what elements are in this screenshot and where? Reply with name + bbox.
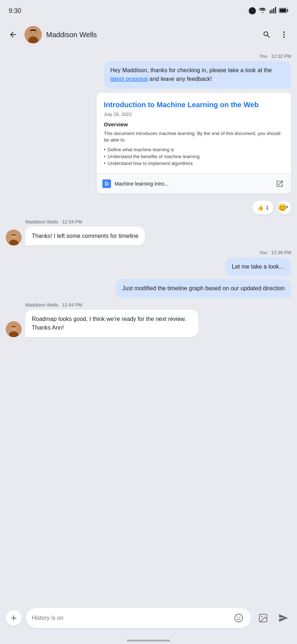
home-indicator — [0, 637, 297, 644]
status-icons — [249, 7, 288, 15]
thumbsup-reaction[interactable]: 👍 1 — [252, 200, 274, 215]
send-button[interactable] — [275, 610, 291, 626]
emoji-button[interactable] — [232, 612, 245, 625]
status-time: 9:30 — [9, 7, 21, 15]
svg-point-13 — [283, 31, 285, 33]
doc-card-preview: Introduction to Machine Learning on the … — [97, 93, 291, 173]
doc-icon-letter: D — [105, 181, 108, 187]
thumbsup-count: 1 — [266, 205, 269, 210]
doc-card-footer: D Machine learning intro... — [97, 173, 291, 194]
recv-time-2: 12:44 PM — [62, 302, 82, 308]
svg-rect-1 — [271, 9, 272, 13]
sent-message-group: You 12:36 PM Let me take a look… Just mo… — [6, 250, 291, 298]
doc-open-button[interactable] — [274, 178, 285, 190]
doc-list-item: Understand the benefits of machine learn… — [104, 154, 284, 159]
svg-point-15 — [283, 36, 285, 38]
svg-rect-0 — [270, 10, 271, 13]
latest-proposal-link[interactable]: latest proposal — [110, 76, 148, 82]
recv-row-2: Roadmap looks good, I think we're ready … — [6, 310, 198, 337]
time-1: 12:32 PM — [271, 53, 291, 59]
add-reaction-button[interactable]: 😊+ — [277, 200, 291, 215]
header-actions — [260, 27, 291, 42]
received-message-2: Maddison Wells 12:44 PM Roadmap looks go… — [6, 302, 291, 337]
reactions-row: 👍 1 😊+ — [6, 200, 291, 215]
svg-point-26 — [261, 616, 262, 617]
message-input[interactable] — [32, 615, 229, 621]
doc-list-item: Understand how to implement algorithms — [104, 161, 284, 166]
sender-you-2: You — [260, 250, 267, 255]
time-2: 12:36 PM — [271, 250, 291, 255]
recv-bubble-2: Roadmap looks good, I think we're ready … — [25, 310, 198, 337]
wifi-icon — [259, 7, 267, 15]
image-button[interactable] — [255, 610, 271, 626]
camera-dot — [249, 7, 256, 14]
doc-date: July 28, 2022 — [104, 112, 284, 117]
chat-header: Maddison Wells — [0, 22, 297, 48]
sender-you-1: You — [260, 53, 267, 59]
svg-point-12 — [34, 32, 35, 34]
maddison-avatar-1 — [6, 230, 22, 245]
back-button[interactable] — [6, 27, 20, 42]
doc-icon: D — [102, 179, 111, 188]
home-bar — [127, 640, 170, 641]
svg-point-23 — [237, 617, 238, 618]
input-bar — [0, 604, 297, 637]
svg-point-14 — [283, 34, 285, 35]
message-input-wrapper — [26, 608, 251, 628]
svg-point-24 — [239, 617, 240, 618]
svg-point-11 — [31, 32, 32, 34]
recv-meta-1: Maddison Wells 12:34 PM — [25, 219, 82, 225]
sent-meta-2: You 12:36 PM — [260, 250, 291, 255]
svg-rect-3 — [275, 7, 276, 13]
sent-meta-1: You 12:32 PM — [260, 53, 291, 59]
contact-name: Maddison Wells — [46, 31, 255, 39]
svg-rect-5 — [280, 9, 286, 12]
sent-bubble-3: Just modified the timeline graph based o… — [116, 279, 291, 298]
doc-section: Overview — [104, 121, 284, 127]
svg-rect-2 — [273, 8, 274, 13]
sender-maddison-2: Maddison Wells — [25, 302, 58, 308]
sender-maddison-1: Maddison Wells — [25, 219, 58, 225]
more-options-button[interactable] — [277, 27, 291, 42]
sent-message-1: You 12:32 PM Hey Maddison, thanks for ch… — [6, 53, 291, 88]
doc-desc: This document introduces machine learnin… — [104, 130, 284, 143]
signal-icon — [270, 7, 276, 15]
doc-filename: Machine learning intro... — [115, 181, 270, 187]
add-reaction-icon: 😊+ — [278, 203, 290, 212]
doc-list-item: Define what machine learning is — [104, 147, 284, 152]
doc-list: Define what machine learning is Understa… — [104, 147, 284, 166]
battery-icon — [279, 7, 288, 15]
sent-bubble-2: Let me take a look… — [225, 257, 291, 276]
svg-point-22 — [235, 614, 243, 622]
search-button[interactable] — [260, 27, 274, 42]
recv-bubble-1: Thanks! I left some comments for timelin… — [25, 227, 145, 245]
document-card: Introduction to Machine Learning on the … — [97, 93, 291, 194]
recv-time-1: 12:34 PM — [62, 219, 82, 225]
doc-title: Introduction to Machine Learning on the … — [104, 100, 284, 109]
svg-rect-6 — [287, 9, 288, 12]
thumbsup-icon: 👍 — [257, 205, 263, 210]
recv-meta-2: Maddison Wells 12:44 PM — [25, 302, 82, 308]
recv-row-1: Thanks! I left some comments for timelin… — [6, 227, 145, 245]
sent-bubble-1: Hey Maddison, thanks for checking in, pl… — [104, 61, 291, 88]
contact-avatar — [25, 26, 42, 43]
chat-area: You 12:32 PM Hey Maddison, thanks for ch… — [0, 48, 297, 604]
add-content-button[interactable] — [6, 610, 22, 626]
status-bar: 9:30 — [0, 0, 297, 22]
maddison-avatar-2 — [6, 321, 22, 337]
received-message-1: Maddison Wells 12:34 PM Thanks! I left s… — [6, 219, 291, 245]
